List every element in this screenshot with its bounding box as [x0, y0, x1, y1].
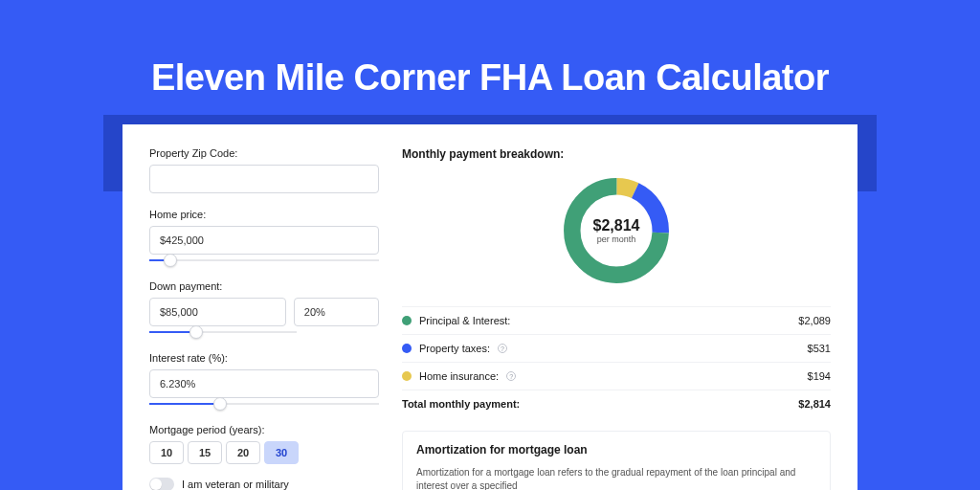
home-price-slider[interactable] [149, 254, 379, 267]
legend-dot [402, 371, 412, 381]
interest-rate-slider[interactable] [149, 397, 379, 411]
breakdown-row: Principal & Interest:$2,089 [402, 306, 831, 334]
page-title: Eleven Mile Corner FHA Loan Calculator [0, 0, 980, 118]
period-option-20[interactable]: 20 [226, 441, 260, 464]
veteran-toggle[interactable] [149, 478, 174, 490]
breakdown-label: Home insurance: [419, 370, 499, 382]
down-payment-slider[interactable] [149, 325, 297, 339]
breakdown-label: Property taxes: [419, 343, 490, 354]
breakdown-column: Monthly payment breakdown: $2,814 per mo… [402, 147, 831, 490]
breakdown-row: Home insurance:?$194 [402, 362, 831, 390]
slider-thumb[interactable] [164, 254, 177, 267]
donut-center: $2,814 per month [558, 172, 675, 289]
period-option-30[interactable]: 30 [264, 441, 299, 464]
mortgage-period-label: Mortgage period (years): [149, 424, 379, 435]
interest-rate-input[interactable] [149, 369, 379, 398]
down-payment-input[interactable] [149, 298, 286, 326]
amortization-card: Amortization for mortgage loan Amortizat… [402, 431, 831, 490]
breakdown-label: Principal & Interest: [419, 315, 510, 326]
home-price-input[interactable] [149, 226, 379, 255]
total-row: Total monthly payment: $2,814 [402, 390, 831, 417]
amortization-title: Amortization for mortgage loan [416, 443, 816, 457]
donut-wrap: $2,814 per month [402, 172, 831, 289]
total-label: Total monthly payment: [402, 398, 520, 410]
mortgage-period-segmented: 10152030 [149, 441, 379, 464]
period-option-10[interactable]: 10 [149, 441, 184, 464]
info-icon[interactable]: ? [506, 371, 516, 381]
info-icon[interactable]: ? [498, 344, 507, 353]
breakdown-heading: Monthly payment breakdown: [402, 147, 831, 161]
form-column: Property Zip Code: Home price: Down paym… [149, 147, 379, 490]
payment-donut-chart: $2,814 per month [558, 172, 675, 289]
slider-thumb[interactable] [213, 397, 227, 411]
slider-fill [149, 403, 220, 405]
veteran-label: I am veteran or military [182, 479, 289, 490]
period-option-15[interactable]: 15 [188, 441, 222, 464]
down-payment-pct-input[interactable] [294, 298, 379, 326]
zip-input[interactable] [149, 165, 379, 193]
total-value: $2,814 [798, 398, 831, 410]
breakdown-value: $531 [808, 343, 831, 354]
interest-rate-label: Interest rate (%): [149, 352, 379, 364]
donut-amount: $2,814 [593, 217, 640, 234]
breakdown-row: Property taxes:?$531 [402, 334, 831, 362]
down-payment-label: Down payment: [149, 280, 379, 292]
calculator-panel: Property Zip Code: Home price: Down paym… [122, 124, 858, 490]
zip-label: Property Zip Code: [149, 147, 379, 159]
legend-dot [402, 344, 412, 353]
amortization-body: Amortization for a mortgage loan refers … [416, 466, 816, 490]
breakdown-value: $2,089 [798, 315, 831, 326]
home-price-label: Home price: [149, 209, 379, 220]
slider-rail [149, 259, 379, 261]
slider-thumb[interactable] [189, 325, 203, 339]
breakdown-value: $194 [808, 370, 831, 382]
donut-sub: per month [597, 234, 636, 244]
breakdown-rows: Principal & Interest:$2,089Property taxe… [402, 306, 831, 390]
legend-dot [402, 316, 412, 325]
